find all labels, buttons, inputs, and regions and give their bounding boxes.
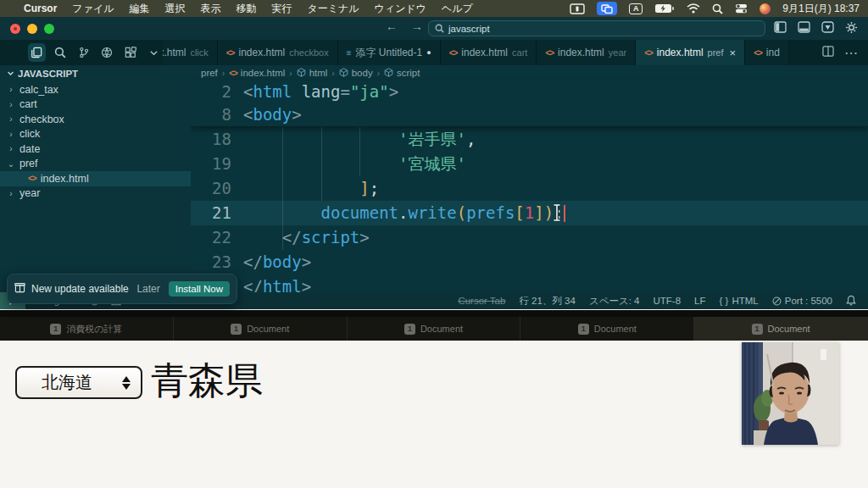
control-center-icon[interactable]: [735, 2, 748, 15]
breadcrumb-item[interactable]: <>index.html: [229, 68, 285, 78]
toggle-panel-icon[interactable]: [798, 21, 810, 37]
settings-gear-icon[interactable]: [845, 21, 858, 37]
nav-back-icon[interactable]: ←: [386, 19, 398, 33]
editor-tab[interactable]: <>index.htmlclick: [163, 40, 218, 65]
sidebar-folder-pref[interactable]: ⌄pref: [0, 157, 191, 172]
editor-tab[interactable]: <>index.htmlpref×: [636, 40, 745, 65]
browser-tab[interactable]: 1消費税の計算: [0, 317, 174, 341]
editor-tab[interactable]: <>index.htmlcart: [441, 40, 537, 65]
split-editor-icon[interactable]: [822, 45, 834, 60]
tab-label: 添字 Untitled-1: [356, 46, 423, 60]
battery-icon[interactable]: [654, 2, 675, 15]
code-line[interactable]: 24</html>: [191, 274, 868, 292]
menu-item[interactable]: 実行: [271, 2, 292, 16]
explorer-root-folder[interactable]: JAVASCRIPT: [0, 65, 191, 82]
toggle-primary-sidebar-icon[interactable]: [774, 21, 787, 37]
language-status[interactable]: { }HTML: [720, 296, 759, 306]
browser-tab-favicon: 1: [578, 324, 589, 335]
menu-item[interactable]: 表示: [200, 2, 220, 16]
line-content: '宮城県': [243, 152, 868, 176]
close-window-button[interactable]: [10, 24, 20, 34]
eol-status[interactable]: LF: [694, 296, 705, 306]
sidebar-folder-click[interactable]: ›click: [0, 127, 191, 142]
cursor-logo-icon[interactable]: [821, 21, 834, 37]
wifi-icon[interactable]: [687, 2, 700, 15]
html-file-icon: <>: [545, 48, 554, 58]
cursor-tab-status[interactable]: Cursor Tab: [458, 296, 505, 306]
line-content: '岩手県',: [243, 127, 868, 152]
notifications-bell-icon[interactable]: [846, 295, 856, 308]
browser-tab[interactable]: 1Document: [348, 317, 521, 341]
stage-manager-icon[interactable]: [597, 2, 617, 15]
sidebar-folder-checkbox[interactable]: ›checkbox: [0, 112, 191, 127]
close-icon[interactable]: ×: [730, 47, 737, 59]
tree-item-label: click: [19, 128, 40, 140]
browser-tab[interactable]: 1Document: [520, 317, 694, 341]
code-token: [243, 179, 359, 197]
chevron-collapsed-icon: ›: [7, 130, 15, 139]
extensions-icon[interactable]: [122, 43, 140, 62]
sticky-line[interactable]: 8<body>: [191, 103, 868, 126]
more-actions-icon[interactable]: ⋯: [844, 45, 858, 61]
chevron-down-icon[interactable]: [145, 43, 163, 62]
package-icon: [14, 282, 25, 296]
explorer-sidebar: JAVASCRIPT ›calc_tax›cart›checkbox›click…: [0, 65, 191, 292]
browser-tab-strip: 1消費税の計算1Document1Document1Document1Docum…: [0, 310, 868, 341]
code-editor[interactable]: pref›<>index.html›html›body›script 2<htm…: [191, 65, 868, 292]
browser-tab-label: Document: [594, 324, 637, 334]
breadcrumb-item[interactable]: html: [297, 68, 328, 79]
zoom-window-button[interactable]: [44, 24, 54, 34]
code-line[interactable]: 19 '宮城県': [191, 152, 868, 176]
select-value: 北海道: [17, 371, 117, 394]
live-server-port-status[interactable]: Port : 5500: [772, 296, 832, 306]
install-now-button[interactable]: Install Now: [169, 281, 230, 297]
sidebar-folder-cart[interactable]: ›cart: [0, 97, 191, 113]
source-control-icon[interactable]: [75, 43, 92, 62]
spotlight-icon[interactable]: [712, 2, 723, 15]
sidebar-folder-year[interactable]: ›year: [0, 186, 191, 202]
menu-item[interactable]: 選択: [164, 2, 185, 16]
breadcrumb-item[interactable]: body: [339, 68, 373, 79]
search-view-icon[interactable]: [52, 43, 70, 62]
code-line[interactable]: 23</body>: [191, 250, 868, 274]
indent-status[interactable]: スペース: 4: [589, 295, 640, 308]
tree-item-label: index.html: [41, 173, 89, 185]
code-line[interactable]: 20 ];: [191, 176, 868, 201]
sidebar-folder-date[interactable]: ›date: [0, 141, 191, 157]
later-button[interactable]: Later: [136, 283, 159, 295]
code-line[interactable]: 18 '岩手県',: [191, 127, 868, 152]
editor-tab[interactable]: <>ind: [745, 40, 789, 65]
code-line[interactable]: 22 </script>: [191, 225, 868, 250]
menu-item[interactable]: ウィンドウ: [375, 2, 426, 16]
code-line[interactable]: 21 document.write(prefs[1]);: [191, 201, 868, 225]
browser-tab[interactable]: 1Document: [174, 317, 348, 341]
remote-explorer-icon[interactable]: [98, 43, 116, 62]
explorer-icon[interactable]: [28, 43, 46, 62]
menu-clock[interactable]: 9月1日(月) 18:37: [782, 2, 860, 16]
sticky-line[interactable]: 2<html lang="ja">: [191, 80, 868, 103]
code-token: prefs: [466, 203, 515, 222]
menu-item[interactable]: ファイル: [72, 2, 114, 16]
menu-item[interactable]: ターミナル: [307, 2, 359, 16]
encoding-status[interactable]: UTF-8: [654, 296, 682, 306]
line-col-status[interactable]: 行 21、列 34: [519, 295, 575, 308]
editor-tab[interactable]: <>index.htmlyear: [537, 40, 636, 65]
minimize-window-button[interactable]: [27, 24, 37, 34]
sidecar-icon[interactable]: [570, 2, 585, 15]
browser-tab[interactable]: 1Document: [694, 317, 868, 341]
editor-tab[interactable]: <>index.htmlcheckbox: [218, 40, 338, 65]
menu-app-name[interactable]: Cursor: [24, 3, 57, 14]
menu-item[interactable]: 移動: [236, 2, 256, 16]
input-source-icon[interactable]: A: [629, 3, 643, 14]
prefecture-select[interactable]: 北海道: [15, 366, 142, 399]
user-avatar-icon[interactable]: [760, 3, 771, 14]
breadcrumb-item[interactable]: script: [384, 68, 420, 79]
sidebar-folder-calc_tax[interactable]: ›calc_tax: [0, 82, 191, 97]
editor-tab[interactable]: ≡添字 Untitled-1●: [338, 40, 441, 65]
menu-item[interactable]: ヘルプ: [442, 2, 473, 16]
nav-forward-icon[interactable]: →: [411, 19, 423, 33]
sidebar-file-index.html[interactable]: <>index.html: [0, 171, 191, 186]
breadcrumb-item[interactable]: pref: [201, 68, 218, 78]
menu-item[interactable]: 編集: [129, 2, 149, 16]
command-center-search[interactable]: javascript: [428, 20, 765, 36]
